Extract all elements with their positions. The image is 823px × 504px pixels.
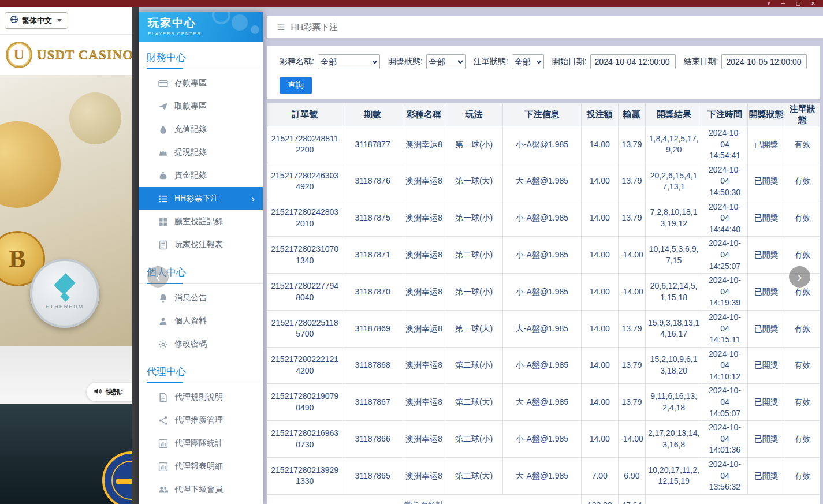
drop-icon xyxy=(158,125,168,135)
users-icon xyxy=(158,485,168,495)
table-cell: 大-A盤@1.985 xyxy=(503,310,581,347)
promo-banner: B ETHEREUM xyxy=(0,75,132,346)
search-button[interactable]: 查詢 xyxy=(280,77,312,94)
language-selector[interactable]: 繁体中文 xyxy=(5,12,68,29)
report-icon xyxy=(158,240,168,250)
table-cell: 第一球(大) xyxy=(445,310,502,347)
sidebar-item-label: 資金記錄 xyxy=(174,170,207,181)
table-header-row: 訂單號期數彩種名稱玩法下注信息投注額輸贏開獎結果下注時間開獎狀態注單狀態 xyxy=(267,103,820,126)
table-cell: 2024-10-04 13:56:32 xyxy=(702,458,747,495)
table-cell: 13.79 xyxy=(618,347,645,384)
sidebar-item-withdraw[interactable]: 取款專區 xyxy=(139,95,263,118)
table-cell: 20,2,6,15,4,17,13,1 xyxy=(646,163,702,200)
table-cell: 14.00 xyxy=(581,384,618,421)
table-cell: 31187877 xyxy=(342,126,403,163)
summary-winloss-total: 47.64 xyxy=(618,494,645,504)
sidebar-item-recharge-records[interactable]: 充值記錄 xyxy=(139,118,263,141)
sidebar-item-announcements[interactable]: 消息公告 xyxy=(139,286,263,309)
table-cell: 13.79 xyxy=(618,310,645,347)
table-cell: 已開獎 xyxy=(747,310,785,347)
sidebar-item-player-bet-report[interactable]: 玩家投注報表 xyxy=(139,233,263,256)
table-cell: 第二球(大) xyxy=(445,384,502,421)
start-date-label: 開始日期: xyxy=(552,57,587,67)
sidebar-item-room-bet-records[interactable]: 廳室投註記錄 xyxy=(139,210,263,233)
list-icon xyxy=(158,194,168,204)
ethereum-label: ETHEREUM xyxy=(46,304,84,309)
menu-icon[interactable]: ☰ xyxy=(277,22,285,32)
minimize-button[interactable]: ─ xyxy=(776,0,791,7)
carousel-next-button[interactable]: › xyxy=(789,266,810,288)
table-cell: 有效 xyxy=(785,126,820,163)
column-header: 開獎狀態 xyxy=(747,103,785,126)
order-status-select[interactable]: 全部 xyxy=(512,54,544,69)
casino-logo[interactable]: U USDT CASINO xyxy=(0,35,132,75)
news-ticker: 快訊: xyxy=(87,383,132,401)
sidebar-item-agent-rules[interactable]: 代理規則說明 xyxy=(139,386,263,409)
table-cell: 第二球(小) xyxy=(445,421,502,458)
sidebar-item-label: 個人資料 xyxy=(174,316,207,326)
sidebar-item-label: HH彩票下注 xyxy=(174,193,218,204)
language-label: 繁体中文 xyxy=(22,16,52,26)
section-header: 財務中心 xyxy=(139,51,263,69)
table-cell: 31187869 xyxy=(342,310,403,347)
table-row: 215217280216963073031187866澳洲幸运8第二球(小)小-… xyxy=(267,421,820,458)
draw-status-select[interactable]: 全部 xyxy=(426,54,466,69)
summary-label: 當前頁統計 xyxy=(267,494,582,504)
carousel-prev-button[interactable]: ‹ xyxy=(147,266,169,288)
column-header: 玩法 xyxy=(445,103,502,126)
column-header: 開獎結果 xyxy=(646,103,702,126)
column-header: 彩種名稱 xyxy=(403,103,445,126)
order-status-label: 注單狀態: xyxy=(474,57,508,67)
table-cell: 10,20,17,11,2,12,15,19 xyxy=(646,458,702,495)
sidebar-item-label: 廳室投註記錄 xyxy=(174,216,223,227)
decor-gold-circle xyxy=(0,121,61,208)
page-dark-section xyxy=(0,404,132,504)
close-button[interactable]: ✕ xyxy=(806,0,821,7)
end-date-input[interactable] xyxy=(721,54,807,69)
decor-bubble xyxy=(251,25,259,34)
chevron-right-icon: › xyxy=(251,194,255,204)
table-cell: 2024-10-04 14:19:39 xyxy=(702,274,747,311)
column-header: 投注額 xyxy=(581,103,618,126)
sidebar-item-agent-report-detail[interactable]: 代理報表明細 xyxy=(139,455,263,478)
table-cell: 有效 xyxy=(785,384,820,421)
table-cell: 澳洲幸运8 xyxy=(403,274,445,311)
table-cell: 澳洲幸运8 xyxy=(403,237,445,274)
sidebar-item-hh-lottery-bets[interactable]: HH彩票下注› xyxy=(139,187,263,210)
sidebar-item-change-password[interactable]: 修改密碼 xyxy=(139,333,263,356)
table-cell: 第一球(小) xyxy=(445,200,502,237)
sidebar-item-agent-promotion[interactable]: 代理推廣管理 xyxy=(139,409,263,432)
table-row: 215217280248811220031187877澳洲幸运8第一球(小)小-… xyxy=(267,126,820,163)
sidebar-item-funds-records[interactable]: 資金記錄 xyxy=(139,164,263,187)
table-cell: 31187871 xyxy=(342,237,403,274)
sidebar-item-agent-sub-members[interactable]: 代理下級會員 xyxy=(139,478,263,501)
table-cell: 第一球(大) xyxy=(445,163,502,200)
table-cell: 第二球(小) xyxy=(445,237,502,274)
sidebar-item-label: 代理規則說明 xyxy=(174,392,223,402)
table-cell: 31187865 xyxy=(342,458,403,495)
maximize-button[interactable]: ▢ xyxy=(791,0,806,7)
table-cell: 2152172802169630730 xyxy=(267,421,342,458)
table-cell: 第二球(大) xyxy=(445,458,502,495)
start-date-input[interactable] xyxy=(590,54,676,69)
table-cell: 7.00 xyxy=(581,458,618,495)
table-cell: 7,2,8,10,18,13,19,12 xyxy=(646,200,702,237)
column-header: 注單狀態 xyxy=(785,103,820,126)
table-cell: 澳洲幸运8 xyxy=(403,126,445,163)
table-cell: 2152172802190790490 xyxy=(267,384,342,421)
table-cell: 大-A盤@1.985 xyxy=(503,384,581,421)
chart-icon xyxy=(158,462,168,472)
heart-icon[interactable]: ♥ xyxy=(762,0,776,7)
sidebar-item-agent-team-stats[interactable]: 代理團隊統計 xyxy=(139,432,263,455)
sidebar-item-withdraw-records[interactable]: 提現記錄 xyxy=(139,141,263,164)
logo-coin-icon: U xyxy=(6,42,32,68)
sidebar-item-label: 代理團隊統計 xyxy=(174,438,223,449)
filter-panel: 彩種名稱: 全部 開獎狀態: 全部 注單狀態: 全部 開始日期: 結束日期: 查… xyxy=(267,46,820,99)
table-cell: 14.00 xyxy=(581,200,618,237)
table-cell: 有效 xyxy=(785,421,820,458)
table-cell: 有效 xyxy=(785,347,820,384)
sidebar-item-profile[interactable]: 個人資料 xyxy=(139,309,263,333)
lottery-name-select[interactable]: 全部 xyxy=(318,54,380,69)
sidebar-item-deposit[interactable]: 存款專區 xyxy=(139,72,263,95)
globe-icon xyxy=(10,15,18,26)
